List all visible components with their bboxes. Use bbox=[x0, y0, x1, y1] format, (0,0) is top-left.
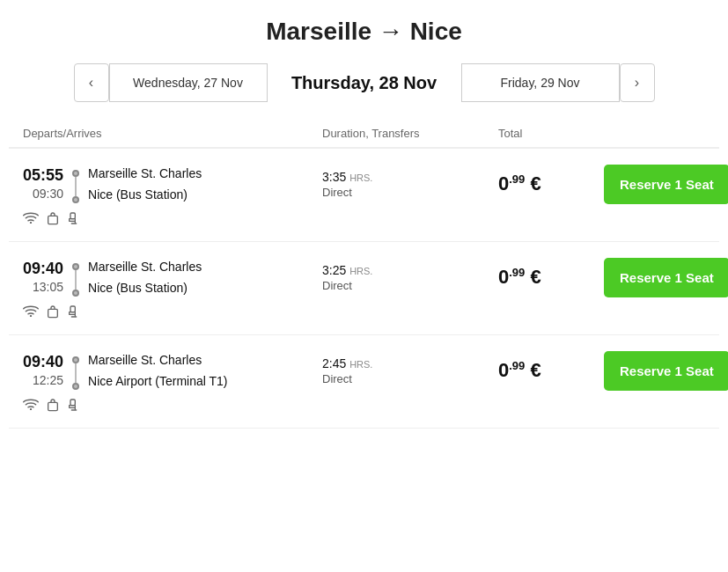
wifi-icon bbox=[23, 398, 39, 415]
reserve-seat-button[interactable]: Reserve 1 Seat bbox=[604, 165, 728, 204]
amenities-row bbox=[23, 398, 705, 415]
bag-icon bbox=[46, 304, 60, 322]
amenities-row bbox=[23, 211, 705, 229]
svg-rect-1 bbox=[48, 216, 58, 224]
svg-rect-2 bbox=[70, 213, 75, 219]
seat-icon bbox=[67, 304, 81, 322]
bag-icon bbox=[46, 211, 60, 229]
trip-action: Reserve 1 Seat bbox=[604, 165, 728, 204]
seat-icon bbox=[67, 398, 81, 415]
trip-stations: Marseille St. Charles Nice Airport (Term… bbox=[88, 353, 227, 388]
depart-time: 09:40 bbox=[23, 260, 63, 278]
route-title: Marseille → Nice bbox=[9, 18, 719, 46]
route-connector bbox=[72, 260, 79, 297]
trip-times: 05:55 09:30 bbox=[23, 166, 63, 201]
date-friday[interactable]: Friday, 29 Nov bbox=[461, 63, 620, 102]
arrive-time: 13:05 bbox=[33, 280, 63, 294]
prev-date-button[interactable]: ‹ bbox=[74, 63, 109, 102]
date-navigation: ‹ Wednesday, 27 Nov Thursday, 28 Nov Fri… bbox=[9, 63, 719, 102]
transfer-type: Direct bbox=[322, 372, 498, 385]
trips-list: 05:55 09:30 Marseille St. Charles Nice (… bbox=[9, 149, 719, 429]
station-to: Nice (Bus Station) bbox=[88, 187, 202, 202]
trip-price: 0.99 € bbox=[498, 359, 604, 382]
route-connector bbox=[72, 353, 79, 390]
station-from: Marseille St. Charles bbox=[88, 166, 202, 180]
svg-rect-7 bbox=[48, 402, 58, 410]
wifi-icon bbox=[23, 304, 39, 322]
transfer-type: Direct bbox=[322, 279, 498, 292]
station-from: Marseille St. Charles bbox=[88, 353, 227, 367]
trip-price: 0.99 € bbox=[498, 266, 604, 289]
table-row: 09:40 13:05 Marseille St. Charles Nice (… bbox=[9, 242, 719, 335]
table-row: 05:55 09:30 Marseille St. Charles Nice (… bbox=[9, 149, 719, 242]
results-header: Departs/Arrives Duration, Transfers Tota… bbox=[9, 120, 719, 149]
station-from: Marseille St. Charles bbox=[88, 260, 202, 274]
svg-rect-8 bbox=[70, 400, 75, 406]
trip-duration: 2:45 HRS. Direct bbox=[322, 356, 498, 385]
route-connector bbox=[72, 166, 79, 203]
reserve-seat-button[interactable]: Reserve 1 Seat bbox=[604, 351, 728, 391]
duration-unit: HRS. bbox=[349, 266, 372, 276]
station-to: Nice Airport (Terminal T1) bbox=[88, 374, 227, 388]
depart-time: 05:55 bbox=[23, 166, 63, 185]
trip-stations: Marseille St. Charles Nice (Bus Station) bbox=[88, 166, 202, 202]
trip-duration: 3:35 HRS. Direct bbox=[322, 170, 498, 199]
trip-times: 09:40 12:25 bbox=[23, 353, 63, 387]
reserve-seat-button[interactable]: Reserve 1 Seat bbox=[604, 258, 728, 297]
date-wednesday[interactable]: Wednesday, 27 Nov bbox=[109, 63, 268, 102]
wifi-icon bbox=[23, 211, 39, 229]
date-thursday-active[interactable]: Thursday, 28 Nov bbox=[268, 63, 461, 102]
bag-icon bbox=[46, 398, 60, 415]
amenities-row bbox=[23, 304, 705, 322]
col-header-total: Total bbox=[498, 127, 604, 140]
trip-action: Reserve 1 Seat bbox=[604, 258, 728, 297]
arrive-time: 12:25 bbox=[33, 373, 63, 387]
svg-point-6 bbox=[30, 408, 32, 410]
trip-duration: 3:25 HRS. Direct bbox=[322, 263, 498, 292]
trip-action: Reserve 1 Seat bbox=[604, 351, 728, 391]
svg-rect-4 bbox=[48, 309, 58, 317]
depart-time: 09:40 bbox=[23, 353, 63, 371]
svg-point-3 bbox=[30, 315, 32, 317]
trip-price: 0.99 € bbox=[498, 172, 604, 195]
duration-unit: HRS. bbox=[349, 359, 372, 370]
trip-stations: Marseille St. Charles Nice (Bus Station) bbox=[88, 260, 202, 295]
arrive-time: 09:30 bbox=[33, 187, 63, 201]
duration-unit: HRS. bbox=[349, 172, 372, 183]
seat-icon bbox=[67, 211, 81, 229]
next-date-button[interactable]: › bbox=[620, 63, 655, 102]
table-row: 09:40 12:25 Marseille St. Charles Nice A… bbox=[9, 335, 719, 429]
duration-value: 2:45 bbox=[322, 356, 346, 370]
duration-value: 3:25 bbox=[322, 263, 346, 277]
transfer-type: Direct bbox=[322, 186, 498, 199]
svg-rect-5 bbox=[70, 306, 75, 312]
station-to: Nice (Bus Station) bbox=[88, 281, 202, 295]
trip-times: 09:40 13:05 bbox=[23, 260, 63, 294]
duration-value: 3:35 bbox=[322, 170, 346, 184]
svg-point-0 bbox=[30, 222, 32, 224]
col-header-duration: Duration, Transfers bbox=[322, 127, 498, 140]
col-header-departs: Departs/Arrives bbox=[23, 127, 322, 140]
